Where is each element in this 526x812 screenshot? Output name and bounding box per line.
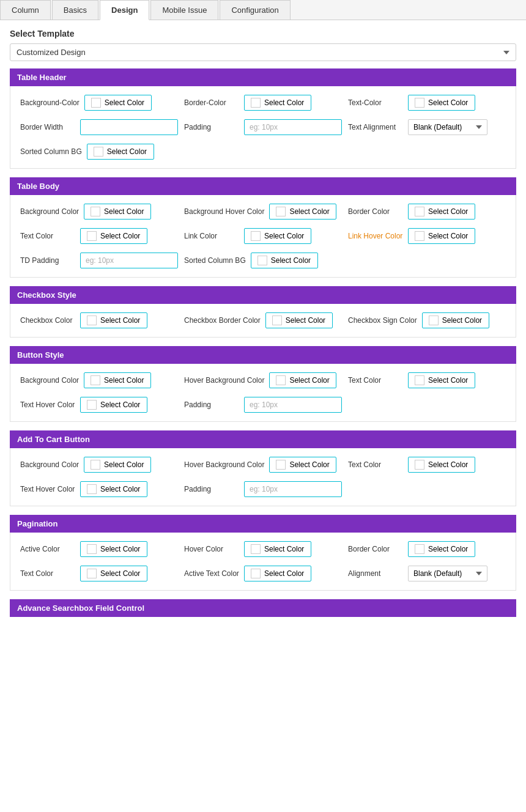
border-width-group: Border Width: [20, 119, 178, 135]
text-color-btn[interactable]: Select Color: [408, 95, 475, 111]
cart-text-hover-btn[interactable]: Select Color: [80, 481, 147, 497]
bg-color-group: Background-Color Select Color: [20, 95, 178, 111]
template-select[interactable]: Customized Design Default: [10, 43, 516, 61]
pagination-text-btn[interactable]: Select Color: [80, 566, 147, 581]
text-color-swatch: [415, 98, 424, 108]
sorted-col-bg-group: Sorted Column BG Select Color: [20, 144, 178, 160]
tabs-container: Column Basics Design Mobile Issue Config…: [0, 0, 526, 20]
btn-hover-bg-btn[interactable]: Select Color: [269, 372, 336, 388]
button-row-1: Background Color Select Color Hover Back…: [20, 372, 506, 388]
cart-padding-input[interactable]: [244, 481, 342, 497]
button-style-body: Background Color Select Color Hover Back…: [10, 364, 516, 422]
pagination-alignment-select[interactable]: Blank (Default) Left Center Right: [408, 566, 487, 581]
border-color-label: Border-Color: [184, 98, 239, 108]
pagination-hover-btn[interactable]: Select Color: [244, 541, 311, 557]
add-to-cart-header: Add To Cart Button: [10, 430, 516, 448]
checkbox-border-btn[interactable]: Select Color: [265, 312, 333, 328]
button-row-2: Text Hover Color Select Color Padding: [20, 397, 506, 413]
btn-padding-input[interactable]: [244, 397, 342, 413]
tbody-link-hover-btn[interactable]: Select Color: [408, 228, 475, 244]
pagination-header: Pagination: [10, 515, 516, 533]
bg-color-label: Background-Color: [20, 98, 80, 108]
text-alignment-label: Text Alignment: [348, 122, 403, 133]
pagination-border-btn[interactable]: Select Color: [408, 541, 475, 557]
table-header-row-1: Background-Color Select Color Border-Col…: [20, 95, 506, 111]
table-body-row-1: Background Color Select Color Background…: [20, 204, 506, 220]
border-width-label: Border Width: [20, 122, 75, 133]
border-color-swatch: [251, 98, 261, 108]
tbody-border-color-btn[interactable]: Select Color: [408, 204, 475, 220]
padding-input[interactable]: [244, 119, 342, 135]
table-header-header: Table Header: [10, 68, 516, 86]
page-content: Select Template Customized Design Defaul…: [0, 20, 526, 626]
sorted-col-bg-btn[interactable]: Select Color: [87, 144, 154, 160]
padding-group: Padding: [184, 119, 342, 135]
text-color-label: Text-Color: [348, 98, 403, 108]
text-color-text: Select Color: [428, 98, 468, 107]
advance-searchbox-header: Advance Searchbox Field Control: [10, 599, 516, 617]
sorted-col-bg-label: Sorted Column BG: [20, 147, 82, 157]
table-header-row-3: Sorted Column BG Select Color: [20, 144, 506, 160]
checkbox-row-1: Checkbox Color Select Color Checkbox Bor…: [20, 312, 506, 328]
checkbox-sign-btn[interactable]: Select Color: [422, 312, 489, 328]
padding-label: Padding: [184, 122, 239, 133]
bg-color-text: Select Color: [105, 98, 144, 107]
btn-text-color-btn[interactable]: Select Color: [408, 372, 475, 388]
tbody-bg-hover-btn[interactable]: Select Color: [269, 204, 336, 220]
checkbox-style-body: Checkbox Color Select Color Checkbox Bor…: [10, 304, 516, 338]
add-to-cart-body: Background Color Select Color Hover Back…: [10, 448, 516, 506]
tbody-text-color-btn[interactable]: Select Color: [80, 228, 147, 244]
table-header-body: Background-Color Select Color Border-Col…: [10, 86, 516, 169]
cart-row-2: Text Hover Color Select Color Padding: [20, 481, 506, 497]
tab-configuration[interactable]: Configuration: [220, 0, 290, 20]
pagination-body: Active Color Select Color Hover Color Se…: [10, 533, 516, 591]
cart-row-1: Background Color Select Color Hover Back…: [20, 457, 506, 473]
tab-bar: Column Basics Design Mobile Issue Config…: [0, 0, 526, 20]
button-style-header: Button Style: [10, 346, 516, 364]
tbody-bg-color-btn[interactable]: Select Color: [84, 204, 151, 220]
tab-mobile-issue[interactable]: Mobile Issue: [150, 0, 218, 20]
pagination-active-btn[interactable]: Select Color: [80, 541, 147, 557]
cart-bg-color-btn[interactable]: Select Color: [84, 457, 151, 473]
sorted-col-bg-swatch: [94, 147, 103, 157]
sorted-col-bg-text: Select Color: [107, 147, 147, 156]
text-alignment-group: Text Alignment Blank (Default) Left Cent…: [348, 119, 506, 135]
btn-bg-color-btn[interactable]: Select Color: [84, 372, 151, 388]
tab-design[interactable]: Design: [100, 0, 149, 20]
select-template-title: Select Template: [10, 29, 516, 39]
bg-color-swatch: [91, 98, 101, 108]
pagination-row-2: Text Color Select Color Active Text Colo…: [20, 566, 506, 581]
bg-color-btn[interactable]: Select Color: [84, 95, 152, 111]
border-color-btn[interactable]: Select Color: [244, 95, 311, 111]
border-width-input[interactable]: [80, 119, 178, 135]
border-color-text: Select Color: [264, 98, 304, 107]
table-body-row-2: Text Color Select Color Link Color Selec…: [20, 228, 506, 244]
checkbox-color-btn[interactable]: Select Color: [80, 312, 147, 328]
table-body-header: Table Body: [10, 177, 516, 195]
tbody-link-color-btn[interactable]: Select Color: [244, 228, 311, 244]
pagination-row-1: Active Color Select Color Hover Color Se…: [20, 541, 506, 557]
table-body-body: Background Color Select Color Background…: [10, 195, 516, 278]
pagination-active-text-btn[interactable]: Select Color: [244, 566, 311, 581]
checkbox-style-header: Checkbox Style: [10, 286, 516, 304]
tab-column[interactable]: Column: [0, 0, 51, 20]
tbody-sorted-bg-btn[interactable]: Select Color: [251, 253, 318, 268]
btn-text-hover-btn[interactable]: Select Color: [80, 397, 147, 413]
text-alignment-select[interactable]: Blank (Default) Left Center Right: [408, 119, 487, 135]
text-color-group: Text-Color Select Color: [348, 95, 506, 111]
cart-hover-bg-btn[interactable]: Select Color: [269, 457, 336, 473]
border-color-group: Border-Color Select Color: [184, 95, 342, 111]
td-padding-input[interactable]: [80, 253, 178, 268]
table-header-row-2: Border Width Padding Text Alignment Blan…: [20, 119, 506, 135]
cart-text-color-btn[interactable]: Select Color: [408, 457, 475, 473]
tab-basics[interactable]: Basics: [52, 0, 98, 20]
table-body-row-3: TD Padding Sorted Column BG Select Color: [20, 253, 506, 268]
